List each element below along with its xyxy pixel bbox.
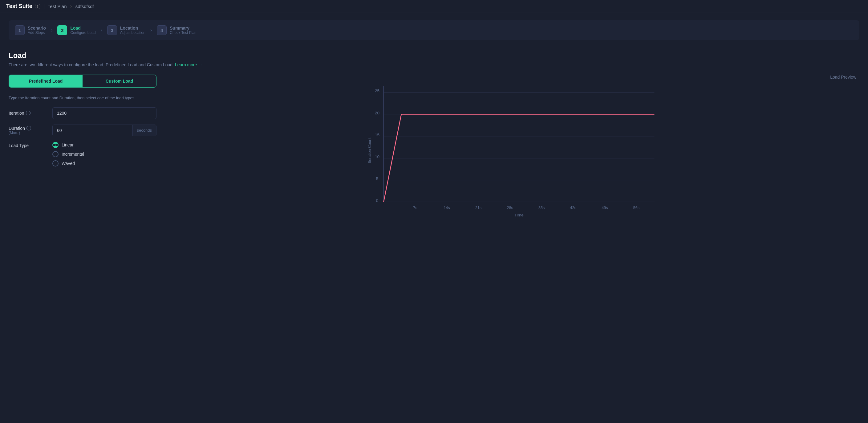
svg-text:15: 15 (375, 133, 379, 137)
radio-incremental-label: Incremental (62, 152, 84, 157)
chart-panel: Load Preview 0 5 10 15 20 25 Iteration C… (166, 75, 859, 221)
step-arrow-3: › (150, 27, 152, 33)
learn-more-link[interactable]: Learn more → (175, 62, 203, 67)
step-4-title: Summary (170, 26, 196, 30)
load-type-row: Load Type Linear Incremental Wave (9, 142, 156, 167)
step-4-label: Summary Check Test Plan (170, 26, 196, 35)
step-3: 3 Location Adjust Location (107, 25, 145, 35)
svg-text:5: 5 (376, 176, 378, 181)
breadcrumb-arrow: > (70, 4, 72, 9)
duration-info-icon[interactable]: i (27, 126, 31, 131)
radio-waved-circle (52, 160, 59, 167)
chart-svg: 0 5 10 15 20 25 Iteration Count (166, 83, 859, 221)
svg-text:49s: 49s (601, 206, 608, 210)
step-4-number: 4 (157, 25, 167, 35)
radio-group: Linear Incremental Waved (52, 142, 84, 167)
radio-incremental-circle (52, 151, 59, 157)
step-2-number: 2 (57, 25, 67, 35)
radio-incremental[interactable]: Incremental (52, 151, 84, 157)
radio-linear-circle (52, 142, 59, 148)
svg-text:25: 25 (375, 88, 379, 93)
step-2-title: Load (70, 26, 95, 30)
step-3-sub: Adjust Location (120, 30, 145, 35)
step-3-title: Location (120, 26, 145, 30)
step-4-sub: Check Test Plan (170, 30, 196, 35)
svg-text:Time: Time (515, 213, 524, 217)
svg-text:0: 0 (376, 198, 378, 203)
tab-custom-load[interactable]: Custom Load (83, 75, 156, 87)
header: Test Suite ? | Test Plan > sdfsdfsdf (0, 0, 868, 13)
step-arrow-2: › (101, 27, 102, 33)
duration-input[interactable] (53, 125, 132, 136)
app-title: Test Suite ? (6, 3, 40, 9)
radio-linear-label: Linear (62, 142, 73, 147)
svg-text:35s: 35s (538, 206, 545, 210)
chart-container: 0 5 10 15 20 25 Iteration Count (166, 83, 859, 221)
svg-text:14s: 14s (443, 206, 450, 210)
svg-text:20: 20 (375, 111, 380, 115)
step-4: 4 Summary Check Test Plan (157, 25, 196, 35)
breadcrumb-plan: Test Plan (48, 4, 67, 9)
stepper: 1 Scenario Add Steps › 2 Load Configure … (9, 20, 859, 40)
step-2-sub: Configure Load (70, 30, 95, 35)
step-1-title: Scenario (28, 26, 46, 30)
duration-input-wrapper: seconds (52, 124, 156, 136)
duration-suffix: seconds (132, 125, 156, 136)
iteration-info-icon[interactable]: i (26, 111, 30, 115)
tab-predefined-load[interactable]: Predefined Load (9, 75, 83, 87)
svg-text:10: 10 (375, 154, 380, 159)
step-1-number: 1 (15, 25, 25, 35)
page-title: Load (9, 51, 859, 60)
radio-linear[interactable]: Linear (52, 142, 84, 148)
main-container: 1 Scenario Add Steps › 2 Load Configure … (0, 13, 868, 229)
breadcrumb-current: sdfsdfsdf (75, 4, 94, 9)
step-3-number: 3 (107, 25, 117, 35)
step-3-label: Location Adjust Location (120, 26, 145, 35)
iteration-row: Iteration i (9, 107, 156, 119)
chart-title: Load Preview (166, 75, 859, 80)
svg-text:Iteration Count: Iteration Count (368, 138, 372, 163)
step-arrow-1: › (51, 27, 52, 33)
content-area: Predefined Load Custom Load Type the Ite… (9, 75, 859, 221)
form-description: Type the Iteration count and Duration, t… (9, 95, 156, 101)
step-1-sub: Add Steps (28, 30, 46, 35)
iteration-label: Iteration i (9, 111, 49, 116)
tab-bar: Predefined Load Custom Load (9, 75, 156, 88)
left-panel: Predefined Load Custom Load Type the Ite… (9, 75, 156, 221)
svg-text:56s: 56s (633, 206, 640, 210)
radio-waved-label: Waved (62, 161, 75, 166)
duration-row: Duration i (Max. ) seconds (9, 124, 156, 136)
radio-waved[interactable]: Waved (52, 160, 84, 167)
svg-text:42s: 42s (570, 206, 576, 210)
header-separator: | (43, 4, 45, 9)
load-type-label: Load Type (9, 142, 49, 148)
title-text: Test Suite (6, 3, 32, 9)
svg-text:21s: 21s (475, 206, 482, 210)
step-1: 1 Scenario Add Steps (15, 25, 46, 35)
step-2: 2 Load Configure Load (57, 25, 95, 35)
step-2-label: Load Configure Load (70, 26, 95, 35)
page-description: There are two different ways to configur… (9, 62, 859, 67)
iteration-input[interactable] (52, 107, 156, 119)
help-icon[interactable]: ? (35, 4, 40, 9)
step-1-label: Scenario Add Steps (28, 26, 46, 35)
svg-text:7s: 7s (413, 206, 417, 210)
svg-text:28s: 28s (507, 206, 513, 210)
duration-label: Duration i (Max. ) (9, 126, 49, 135)
